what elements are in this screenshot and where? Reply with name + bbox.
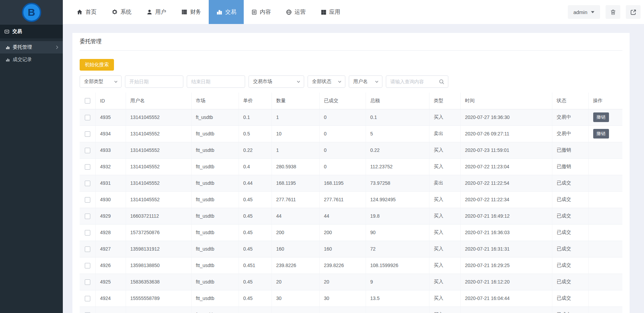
type-select[interactable]: 全部类型 (80, 75, 122, 88)
table-row: 493213141045552ftt_usdtb0.4280.59380112.… (80, 158, 622, 175)
nav-item-应用[interactable]: 应用 (313, 0, 348, 24)
nav-item-运营[interactable]: 运营 (278, 0, 313, 24)
cell-username: 13141045552 (126, 142, 191, 158)
cell-amount: 10 (272, 125, 319, 142)
row-checkbox[interactable] (85, 246, 90, 252)
cell-time: 2020-07-26 09:27:11 (460, 125, 552, 142)
sidebar-menu: 委托管理成交记录 (0, 41, 63, 66)
status-select[interactable]: 全部状态 (308, 75, 345, 88)
cell-status: 交易中 (552, 109, 588, 125)
cell-status: 已成交 (552, 257, 588, 274)
cell-username: 13141045552 (126, 158, 191, 175)
nav-item-交易[interactable]: 交易 (209, 0, 244, 24)
sidebar-section-label: 交易 (12, 28, 22, 35)
user-field-select[interactable]: 用户名 (349, 75, 382, 88)
cell-status: 已成交 (552, 175, 588, 191)
column-header-数量: 数量 (272, 93, 319, 109)
cell-username: 13141045552 (126, 125, 191, 142)
document-icon (251, 9, 257, 15)
row-checkbox-cell (80, 125, 95, 142)
row-checkbox[interactable] (85, 131, 90, 137)
column-header-市场: 市场 (191, 93, 239, 109)
cancel-button[interactable]: 撤销 (593, 129, 609, 139)
cell-id: 4928 (95, 224, 126, 241)
cell-market: ftt_usdtb (191, 158, 239, 175)
cell-username: 13141045552 (126, 191, 191, 208)
table-header-row: ID用户名市场单价数量已成交总额类型时间状态操作 (80, 93, 622, 109)
cell-market: ftt_usdtb (191, 125, 239, 142)
cell-id: 4933 (95, 142, 126, 158)
logo-area: B (0, 0, 63, 25)
cell-price: 0.5 (239, 125, 272, 142)
cell-price: 0.45 (239, 224, 272, 241)
sidebar-chart-icon (5, 58, 10, 62)
select-all-checkbox[interactable] (85, 98, 90, 104)
row-checkbox[interactable] (85, 230, 90, 236)
cell-status: 交易中 (552, 125, 588, 142)
sidebar-item-委托管理[interactable]: 委托管理 (0, 41, 63, 53)
trash-button[interactable] (606, 5, 620, 19)
row-checkbox[interactable] (85, 181, 90, 186)
cell-amount: 160 (272, 241, 319, 257)
query-input[interactable] (390, 79, 439, 84)
cell-filled: 24.45 (319, 306, 366, 313)
nav-item-用户[interactable]: 用户 (139, 0, 174, 24)
home-icon (77, 9, 83, 15)
cell-action (588, 224, 622, 241)
start-date-input[interactable] (129, 79, 180, 84)
cell-type: 买入 (429, 158, 460, 175)
nav-item-首页[interactable]: 首页 (69, 0, 104, 24)
row-checkbox-cell (80, 257, 95, 274)
cell-type: 买入 (429, 274, 460, 290)
cell-amount: 277.7611 (272, 191, 319, 208)
chevron-right-icon (56, 45, 59, 49)
cell-username: 15555558789 (126, 290, 191, 306)
cell-filled: 30 (319, 290, 366, 306)
column-header-已成交: 已成交 (319, 93, 366, 109)
cell-id: 4929 (95, 208, 126, 224)
nav-item-label: 交易 (225, 9, 236, 16)
cell-total: 73.97258 (366, 175, 429, 191)
cell-filled: 0 (319, 125, 366, 142)
row-checkbox[interactable] (85, 115, 90, 120)
row-checkbox-cell (80, 191, 95, 208)
row-checkbox[interactable] (85, 263, 90, 268)
topnav: 首页系统用户财务交易内容运营应用 (69, 0, 348, 24)
row-checkbox[interactable] (85, 296, 90, 301)
row-checkbox-cell (80, 274, 95, 290)
cell-total: 5 (366, 125, 429, 142)
nav-item-内容[interactable]: 内容 (244, 0, 278, 24)
table-row: 493313141045552ftt_usdtb0.22100.22买入2020… (80, 142, 622, 158)
cell-action (588, 241, 622, 257)
nav-item-label: 财务 (190, 9, 201, 16)
row-checkbox[interactable] (85, 279, 90, 285)
sidebar-section-trade[interactable]: 交易 (0, 25, 63, 38)
cancel-button[interactable]: 撤销 (593, 112, 609, 122)
admin-menu-button[interactable]: admin (568, 5, 600, 19)
row-checkbox[interactable] (85, 214, 90, 219)
sidebar-item-成交记录[interactable]: 成交记录 (0, 53, 63, 66)
table-row: 493413141045552ftt_usdtb0.51005卖出2020-07… (80, 125, 622, 142)
end-date-input[interactable] (191, 79, 241, 84)
search-icon[interactable] (439, 79, 445, 85)
status-select-value: 全部状态 (312, 79, 331, 85)
table-row: 492613598138850ftt_usdtb0.451239.8226239… (80, 257, 622, 274)
nav-item-系统[interactable]: 系统 (104, 0, 139, 24)
cell-price: 0.45 (239, 290, 272, 306)
init-search-button[interactable]: 初始化搜索 (80, 59, 114, 71)
brand-logo[interactable]: B (22, 3, 41, 22)
nav-item-财务[interactable]: 财务 (174, 0, 209, 24)
cell-time: 2020-07-21 16:31:31 (460, 241, 552, 257)
logout-button[interactable] (626, 5, 641, 19)
cell-market: ftt_usdtb (191, 224, 239, 241)
content-panel: 委托管理 初始化搜索 全部类型 交易市场 全部状态 用户名 (72, 33, 630, 313)
row-checkbox[interactable] (85, 164, 90, 170)
row-checkbox[interactable] (85, 197, 90, 203)
sidebar-item-label: 委托管理 (13, 44, 32, 50)
cell-market: ftt_usdtb (191, 274, 239, 290)
cell-username: 17703477228 (126, 306, 191, 313)
cell-total: 9 (366, 274, 429, 290)
cell-status: 已成交 (552, 241, 588, 257)
market-select[interactable]: 交易市场 (249, 75, 304, 88)
row-checkbox[interactable] (85, 148, 90, 153)
